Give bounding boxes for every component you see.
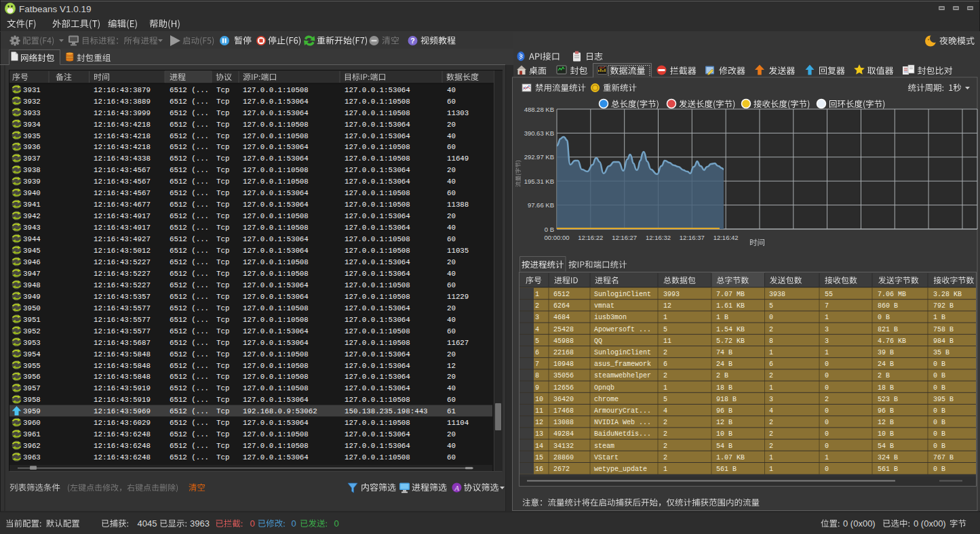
svg-text:3958: 3958 bbox=[23, 396, 41, 404]
svg-text:4: 4 bbox=[769, 407, 773, 415]
svg-text:2 B: 2 B bbox=[878, 372, 890, 379]
svg-text:3936: 3936 bbox=[23, 143, 41, 151]
svg-text:6512 (...: 6512 (... bbox=[170, 258, 209, 266]
svg-text:40: 40 bbox=[447, 442, 456, 450]
svg-text:3933: 3933 bbox=[23, 109, 41, 117]
svg-text:40: 40 bbox=[447, 178, 456, 186]
svg-text:984 B: 984 B bbox=[933, 337, 954, 345]
svg-text:Tcp: Tcp bbox=[216, 121, 229, 129]
svg-text:1.54 KB: 1.54 KB bbox=[716, 326, 745, 333]
svg-text:127.0.0.1:10508: 127.0.0.1:10508 bbox=[243, 350, 309, 358]
svg-text:Tcp: Tcp bbox=[216, 373, 229, 381]
svg-text:127.0.0.1:53064: 127.0.0.1:53064 bbox=[243, 201, 309, 209]
svg-text:11035: 11035 bbox=[447, 247, 469, 255]
svg-text:Tcp: Tcp bbox=[216, 235, 229, 243]
svg-text:0 (0x00): 0 (0x00) bbox=[843, 518, 876, 529]
svg-text:6: 6 bbox=[663, 361, 667, 368]
svg-text:12:16:43:3889: 12:16:43:3889 bbox=[94, 98, 151, 106]
svg-text:3955: 3955 bbox=[23, 362, 41, 370]
svg-text:1: 1 bbox=[769, 454, 773, 461]
svg-text:3952: 3952 bbox=[23, 327, 41, 335]
svg-text:5.72 KB: 5.72 KB bbox=[716, 337, 745, 345]
svg-text:7: 7 bbox=[825, 302, 829, 310]
svg-text:4684: 4684 bbox=[553, 314, 570, 321]
svg-text:127.0.0.1:53064: 127.0.0.1:53064 bbox=[345, 373, 410, 381]
svg-text:918 B: 918 B bbox=[716, 396, 737, 403]
svg-text:24 B: 24 B bbox=[716, 361, 732, 368]
svg-text:6: 6 bbox=[535, 349, 539, 356]
svg-text:Apowersoft ...: Apowersoft ... bbox=[594, 326, 651, 333]
svg-text:127.0.0.1:10508: 127.0.0.1:10508 bbox=[243, 373, 309, 381]
svg-text:6512: 6512 bbox=[553, 291, 570, 298]
svg-text:60: 60 bbox=[447, 143, 456, 151]
svg-text:127.0.0.1:53064: 127.0.0.1:53064 bbox=[243, 419, 309, 427]
svg-text:3942: 3942 bbox=[23, 212, 41, 220]
svg-text:Tcp: Tcp bbox=[216, 270, 229, 278]
svg-text:127.0.0.1:10508: 127.0.0.1:10508 bbox=[243, 304, 309, 312]
svg-text:11229: 11229 bbox=[447, 293, 469, 301]
svg-text:127.0.0.1:10508: 127.0.0.1:10508 bbox=[345, 327, 410, 335]
svg-text:35056: 35056 bbox=[553, 372, 574, 379]
svg-text:195.31 KB: 195.31 KB bbox=[524, 178, 554, 185]
svg-text:758 B: 758 B bbox=[933, 326, 954, 333]
svg-text:127.0.0.1:53064: 127.0.0.1:53064 bbox=[345, 350, 410, 358]
svg-text:96 B: 96 B bbox=[716, 407, 732, 415]
svg-text:12:16:42: 12:16:42 bbox=[713, 234, 739, 241]
svg-text:Tcp: Tcp bbox=[216, 201, 229, 209]
svg-text:127.0.0.1:53064: 127.0.0.1:53064 bbox=[243, 339, 309, 347]
svg-text:561 B: 561 B bbox=[878, 466, 898, 473]
svg-text:12:16:43:5577: 12:16:43:5577 bbox=[94, 304, 151, 312]
svg-text:3: 3 bbox=[825, 337, 829, 345]
svg-text:0: 0 bbox=[825, 419, 829, 426]
svg-text:10948: 10948 bbox=[553, 361, 574, 368]
svg-text:12:16:22: 12:16:22 bbox=[578, 234, 603, 241]
svg-text:12:16:43:5227: 12:16:43:5227 bbox=[94, 281, 151, 289]
svg-text:0: 0 bbox=[292, 518, 296, 529]
svg-text:12:16:43:5919: 12:16:43:5919 bbox=[94, 396, 151, 404]
svg-text:6512 (...: 6512 (... bbox=[170, 281, 209, 289]
svg-text:6512 (...: 6512 (... bbox=[170, 121, 209, 129]
svg-text:2: 2 bbox=[769, 430, 773, 438]
svg-text:15: 15 bbox=[535, 454, 543, 461]
svg-text:Tcp: Tcp bbox=[216, 224, 229, 232]
svg-text:12656: 12656 bbox=[553, 384, 574, 392]
svg-text:127.0.0.1:10508: 127.0.0.1:10508 bbox=[345, 339, 410, 347]
svg-text:6512 (...: 6512 (... bbox=[170, 247, 209, 255]
svg-text:127.0.0.1:53064: 127.0.0.1:53064 bbox=[345, 316, 410, 324]
svg-text:1: 1 bbox=[825, 454, 829, 461]
svg-text:6512 (...: 6512 (... bbox=[170, 430, 209, 438]
svg-text:12: 12 bbox=[535, 419, 543, 426]
svg-text:Tcp: Tcp bbox=[216, 166, 229, 174]
svg-text:12:16:43:4218: 12:16:43:4218 bbox=[94, 132, 151, 140]
svg-text:12:16:43:5012: 12:16:43:5012 bbox=[94, 247, 151, 255]
svg-text:6512 (...: 6512 (... bbox=[170, 396, 209, 404]
svg-text:6512 (...: 6512 (... bbox=[170, 419, 209, 427]
svg-text:6512 (...: 6512 (... bbox=[170, 189, 209, 197]
svg-text:0: 0 bbox=[769, 314, 773, 321]
svg-text:Fatbeans V1.0.19: Fatbeans V1.0.19 bbox=[19, 4, 92, 14]
svg-text:12:16:27: 12:16:27 bbox=[612, 234, 637, 241]
svg-text:4: 4 bbox=[535, 326, 539, 333]
svg-text:12:16:43:4567: 12:16:43:4567 bbox=[94, 166, 151, 174]
svg-text:2 B: 2 B bbox=[716, 372, 728, 379]
svg-text:Tcp: Tcp bbox=[216, 384, 229, 392]
svg-text:3: 3 bbox=[825, 326, 829, 333]
svg-text:1: 1 bbox=[535, 291, 539, 298]
svg-text:12:16:43:4338: 12:16:43:4338 bbox=[94, 155, 151, 163]
svg-text:127.0.0.1:53064: 127.0.0.1:53064 bbox=[243, 235, 309, 243]
svg-text:5: 5 bbox=[663, 396, 667, 403]
svg-text:4045: 4045 bbox=[138, 518, 157, 529]
svg-text:12:16:43:5227: 12:16:43:5227 bbox=[94, 270, 151, 278]
svg-text:Tcp: Tcp bbox=[216, 132, 229, 140]
svg-text:3947: 3947 bbox=[23, 270, 41, 278]
svg-text:20: 20 bbox=[447, 430, 456, 438]
svg-text:40: 40 bbox=[447, 270, 456, 278]
svg-text:9: 9 bbox=[535, 384, 539, 392]
svg-text:74 B: 74 B bbox=[716, 349, 732, 356]
svg-text:steamwebhelper: steamwebhelper bbox=[594, 372, 651, 379]
svg-text:6512 (...: 6512 (... bbox=[170, 327, 209, 335]
svg-text:3961: 3961 bbox=[23, 430, 41, 438]
svg-text:1.61 KB: 1.61 KB bbox=[716, 302, 745, 310]
svg-text:3939: 3939 bbox=[23, 178, 41, 186]
svg-text:Tcp: Tcp bbox=[216, 143, 229, 151]
